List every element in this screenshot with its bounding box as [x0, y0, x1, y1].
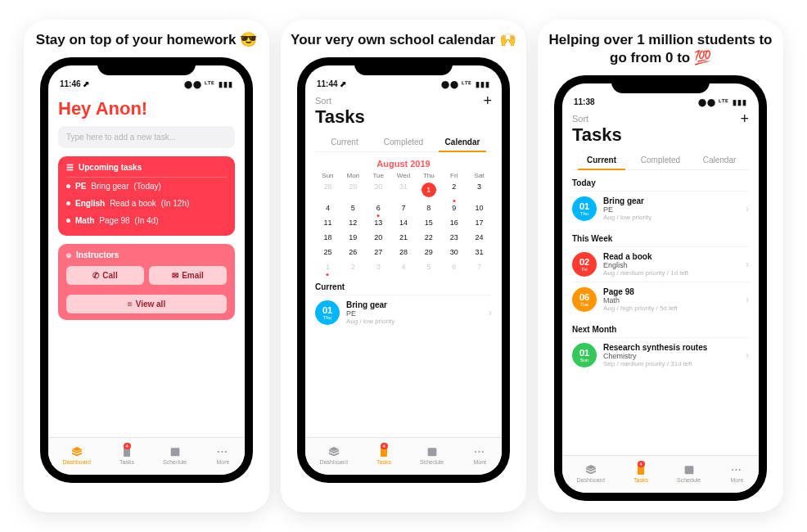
- upcoming-task[interactable]: English Read a book (In 12h): [66, 195, 227, 212]
- calendar-day[interactable]: 14: [391, 215, 417, 230]
- screen: 11:46 ⬈ ⬤⬤ ᴸᵀᴱ ▮▮▮ Hey Anon! Type here t…: [48, 65, 245, 475]
- task-row[interactable]: 06TuePage 98MathAug / high priority / 5d…: [572, 282, 749, 317]
- calendar-day[interactable]: 3: [366, 259, 391, 274]
- subtab-completed[interactable]: Completed: [631, 151, 690, 169]
- calendar-day[interactable]: 29: [340, 179, 366, 201]
- tab-more[interactable]: ••• More: [729, 463, 744, 483]
- tab-dashboard[interactable]: Dashboard: [577, 463, 605, 483]
- calendar-day[interactable]: 17: [467, 215, 492, 230]
- day-number: 01: [579, 202, 589, 211]
- tab-tasks[interactable]: 4 Tasks: [119, 445, 134, 465]
- tab-label: Dashboard: [320, 459, 348, 465]
- calendar-day[interactable]: 30: [441, 245, 467, 259]
- task-row[interactable]: 01 Thu Bring gear PE Aug / low priority …: [315, 295, 492, 330]
- subtab-completed[interactable]: Completed: [374, 133, 433, 151]
- calendar-day[interactable]: 1: [416, 179, 441, 201]
- call-button[interactable]: ✆ Call: [66, 266, 144, 285]
- calendar-day[interactable]: 25: [315, 245, 340, 259]
- calendar-day[interactable]: 28: [315, 179, 340, 201]
- calendar-day[interactable]: 22: [416, 230, 441, 245]
- calendar-day[interactable]: 21: [391, 230, 417, 245]
- stack-icon: [584, 463, 598, 476]
- calendar-day[interactable]: 26: [340, 245, 366, 259]
- more-icon: •••: [215, 445, 230, 458]
- add-button[interactable]: +: [740, 113, 749, 124]
- panel-header: ⍟ Instructors: [66, 250, 227, 261]
- calendar-day[interactable]: 11: [315, 215, 340, 230]
- calendar-day[interactable]: 27: [366, 245, 391, 259]
- task-row[interactable]: 01ThuBring gearPEAug / low priority›: [572, 191, 749, 226]
- calendar-day[interactable]: 7: [391, 201, 417, 215]
- calendar-day[interactable]: 28: [391, 245, 417, 259]
- calendar-day[interactable]: 31: [391, 179, 417, 201]
- subtabs: Current Completed Calendar: [315, 133, 492, 152]
- subtab-calendar[interactable]: Calendar: [433, 133, 492, 151]
- tab-tasks[interactable]: 4 Tasks: [633, 463, 648, 483]
- calendar-day[interactable]: 4: [315, 201, 340, 215]
- subtab-current[interactable]: Current: [572, 151, 631, 169]
- calendar-day[interactable]: 29: [416, 245, 441, 259]
- calendar-day[interactable]: 1: [315, 259, 340, 274]
- calendar-day[interactable]: 13: [366, 215, 391, 230]
- bullet-icon: [66, 201, 70, 205]
- upcoming-task[interactable]: PE Bring gear (Today): [66, 178, 227, 195]
- calendar-day[interactable]: 8: [416, 201, 441, 215]
- calendar-day[interactable]: 6: [441, 259, 467, 274]
- upcoming-task[interactable]: Math Page 98 (In 4d): [66, 212, 227, 229]
- subtab-current[interactable]: Current: [315, 133, 374, 151]
- add-button[interactable]: +: [483, 95, 492, 106]
- sort-button[interactable]: Sort: [572, 114, 588, 124]
- calendar-day[interactable]: 16: [441, 215, 467, 230]
- email-button[interactable]: ✉ Email: [149, 266, 227, 285]
- calendar-day[interactable]: 12: [340, 215, 366, 230]
- calendar-day[interactable]: 23: [441, 230, 467, 245]
- status-bar: 11:46 ⬈ ⬤⬤ ᴸᵀᴱ ▮▮▮: [48, 65, 245, 90]
- calendar-day[interactable]: 15: [416, 215, 441, 230]
- calendar-day[interactable]: 4: [391, 259, 417, 274]
- task-meta: (In 12h): [161, 199, 189, 208]
- calendar-day[interactable]: 5: [416, 259, 441, 274]
- task-meta: Aug / medium priority / 1d left: [603, 269, 739, 277]
- task-row[interactable]: 01SunResearch synthesis routesChemistryS…: [572, 337, 749, 372]
- tab-more[interactable]: ••• More: [472, 445, 487, 465]
- task-meta: Aug / low priority: [346, 318, 482, 325]
- task-title: Page 98: [603, 287, 739, 296]
- day-number: 02: [579, 258, 589, 267]
- person-icon: ⍟: [66, 250, 71, 259]
- tab-tasks[interactable]: 4 Tasks: [376, 445, 391, 465]
- calendar-day[interactable]: 10: [467, 201, 492, 215]
- tab-label: Dashboard: [63, 459, 91, 465]
- tab-schedule[interactable]: Schedule: [420, 445, 444, 465]
- svg-rect-3: [427, 448, 436, 456]
- tab-dashboard[interactable]: Dashboard: [63, 445, 91, 465]
- status-time: 11:46 ⬈: [60, 79, 89, 88]
- task-subject: Chemistry: [603, 352, 739, 360]
- screen: 11:44 ⬈ ⬤⬤ ᴸᵀᴱ ▮▮▮ Sort + Tasks Current …: [305, 65, 502, 475]
- calendar-day[interactable]: 3: [467, 179, 492, 201]
- new-task-input[interactable]: Type here to add a new task...: [58, 126, 235, 148]
- viewall-button[interactable]: ≡ View all: [66, 295, 227, 313]
- tab-schedule[interactable]: Schedule: [677, 463, 701, 483]
- calendar-day[interactable]: 24: [467, 230, 492, 245]
- calendar-day[interactable]: 2: [441, 179, 467, 201]
- task-title: Research synthesis routes: [603, 343, 739, 352]
- calendar-day[interactable]: 18: [315, 230, 340, 245]
- content: Hey Anon! Type here to add a new task...…: [48, 90, 245, 437]
- calendar-day[interactable]: 19: [340, 230, 366, 245]
- calendar-day[interactable]: 5: [340, 201, 366, 215]
- tab-label: More: [473, 459, 486, 465]
- calendar-day[interactable]: 20: [366, 230, 391, 245]
- sort-button[interactable]: Sort: [315, 96, 331, 106]
- calendar-grid[interactable]: 2829303112345678910111213141516171819202…: [315, 179, 492, 274]
- calendar-day[interactable]: 30: [366, 179, 391, 201]
- tab-schedule[interactable]: Schedule: [163, 445, 187, 465]
- calendar-day[interactable]: 6: [366, 201, 391, 215]
- calendar-day[interactable]: 31: [467, 245, 492, 259]
- tab-dashboard[interactable]: Dashboard: [320, 445, 348, 465]
- task-row[interactable]: 02FriRead a bookEnglishAug / medium prio…: [572, 246, 749, 282]
- tab-more[interactable]: ••• More: [215, 445, 230, 465]
- subtab-calendar[interactable]: Calendar: [690, 151, 749, 169]
- calendar-day[interactable]: 2: [340, 259, 366, 274]
- calendar-day[interactable]: 9: [441, 201, 467, 215]
- calendar-day[interactable]: 7: [467, 259, 492, 274]
